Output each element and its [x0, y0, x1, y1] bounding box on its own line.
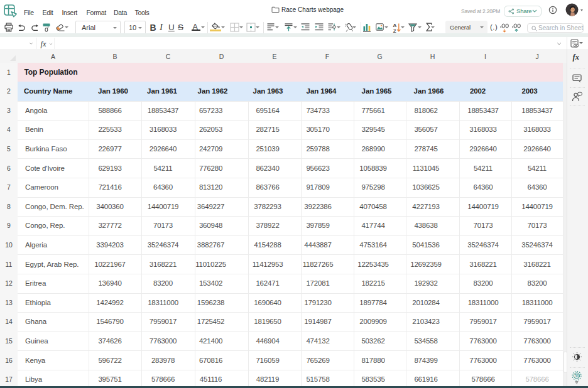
svg-text:Z: Z	[393, 28, 396, 33]
svg-text:36: 36	[574, 374, 579, 378]
